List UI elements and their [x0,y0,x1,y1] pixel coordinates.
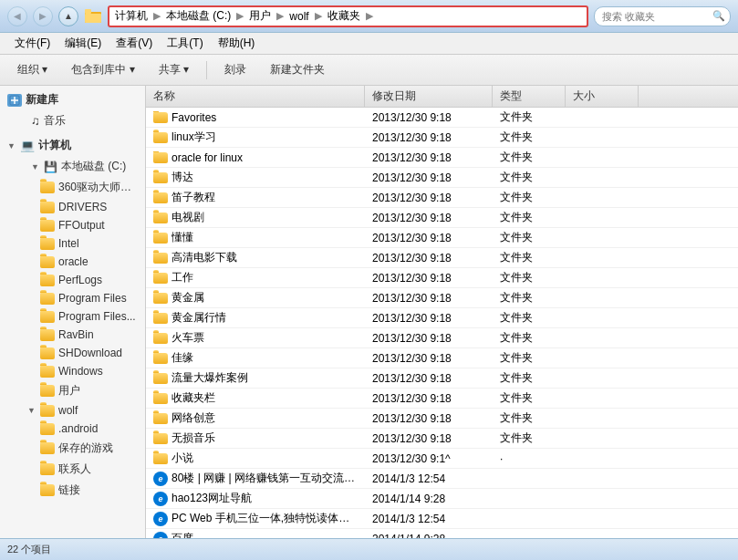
file-name-cell: 网络创意 [146,410,365,426]
file-date-cell: 2014/1/14 9:28 [365,493,493,505]
sidebar-item[interactable]: Program Files... [0,307,145,326]
menu-view[interactable]: 查看(V) [109,34,160,53]
computer-icon: 💻 [20,139,35,152]
breadcrumb-users[interactable]: 用户 [249,8,271,24]
table-row[interactable]: e PC Web 手机三位一体,独特悦读体验！-... 2014/1/3 12:… [146,509,738,529]
table-row[interactable]: 博达 2013/12/30 9:18 文件夹 [146,168,738,188]
sidebar-item[interactable]: 360驱动大师目... [0,177,145,198]
table-row[interactable]: 网络创意 2013/12/30 9:18 文件夹 [146,409,738,429]
folder-icon [153,293,168,304]
table-row[interactable]: 火车票 2013/12/30 9:18 文件夹 [146,328,738,348]
sidebar-computer-section: ▼ 💻 计算机 ▼ 💾 本地磁盘 (C:) 360驱动大师目...DRIVERS… [0,135,145,501]
file-name: hao123网址导航 [172,491,252,506]
folder-icon [153,172,168,183]
menu-help[interactable]: 帮助(H) [211,34,263,53]
table-row[interactable]: e hao123网址导航 2014/1/14 9:28 [146,489,738,509]
col-header-type[interactable]: 类型 [493,86,566,107]
ie-icon: e [153,512,168,526]
sidebar-item[interactable]: 用户 [0,380,145,401]
sidebar-item[interactable]: Program Files [0,289,145,307]
file-name-cell: 高清电影下载 [146,250,365,265]
sidebar-wolf-child[interactable]: 保存的游戏 [0,438,145,459]
col-header-name[interactable]: 名称 [146,86,365,107]
col-header-date[interactable]: 修改日期 [365,86,493,107]
sidebar-item[interactable]: Windows [0,362,145,380]
sidebar-wolf-child[interactable]: 联系人 [0,459,145,480]
menu-tools[interactable]: 工具(T) [160,34,210,53]
folder-icon [153,192,168,203]
table-row[interactable]: 高清电影下载 2013/12/30 9:18 文件夹 [146,248,738,268]
sidebar-music[interactable]: ♫ 音乐 [0,110,145,131]
burn-button[interactable]: 刻录 [214,58,256,82]
file-name: linux学习 [172,130,216,145]
sidebar-item[interactable]: RavBin [0,326,145,344]
menu-file[interactable]: 文件(F) [7,34,57,53]
organize-button[interactable]: 组织 ▾ [7,58,57,82]
file-date-cell: 2014/1/3 12:54 [365,513,493,525]
main-content: 新建库 ♫ 音乐 ▼ 💻 计算机 ▼ 💾 本地磁盘 (C:) 360驱动大师目.… [0,86,738,538]
table-row[interactable]: 无损音乐 2013/12/30 9:18 文件夹 [146,429,738,449]
table-row[interactable]: 黄金属 2013/12/30 9:18 文件夹 [146,288,738,308]
file-name-cell: 黄金属行情 [146,310,365,326]
table-row[interactable]: 流量大爆炸案例 2013/12/30 9:18 文件夹 [146,368,738,389]
table-row[interactable]: linux学习 2013/12/30 9:18 文件夹 [146,128,738,148]
sidebar-item[interactable]: oracle [0,253,145,271]
sidebar-wolf-child[interactable]: .android [0,420,145,438]
sidebar-item[interactable]: SHDownload [0,344,145,362]
breadcrumb-drive[interactable]: 本地磁盘 (C:) [166,8,231,24]
sidebar-item[interactable]: PerfLogs [0,271,145,289]
breadcrumb-computer[interactable]: 计算机 [115,8,148,24]
search-input[interactable] [594,6,731,26]
file-name-cell: 博达 [146,170,365,185]
sidebar-computer[interactable]: ▼ 💻 计算机 [0,135,145,156]
sidebar-item[interactable]: FFOutput [0,216,145,234]
sidebar-new-library[interactable]: 新建库 [0,89,145,110]
file-list: 名称 修改日期 类型 大小 Favorites 2013/12/30 9:18 … [146,86,738,538]
menu-edit[interactable]: 编辑(E) [57,34,109,53]
table-row[interactable]: Favorites 2013/12/30 9:18 文件夹 [146,108,738,128]
table-row[interactable]: oracle for linux 2013/12/30 9:18 文件夹 [146,148,738,168]
new-folder-button[interactable]: 新建文件夹 [260,58,335,82]
table-row[interactable]: 工作 2013/12/30 9:18 文件夹 [146,268,738,288]
folder-icon [40,484,55,496]
breadcrumb-favorites[interactable]: 收藏夹 [327,8,360,24]
sidebar-drive-c[interactable]: ▼ 💾 本地磁盘 (C:) [0,156,145,177]
folder-icon [153,353,168,364]
breadcrumb-wolf[interactable]: wolf [289,10,308,23]
table-row[interactable]: 佳缘 2013/12/30 9:18 文件夹 [146,348,738,368]
table-row[interactable]: 电视剧 2013/12/30 9:18 文件夹 [146,208,738,228]
toolbar: 组织 ▾ 包含到库中 ▾ 共享 ▾ 刻录 新建文件夹 [0,55,738,86]
table-row[interactable]: 懂懂 2013/12/30 9:18 文件夹 [146,228,738,248]
folder-name: 360驱动大师目... [58,180,138,195]
file-date: 2013/12/30 9:18 [372,432,452,445]
sidebar-item[interactable]: Intel [0,234,145,253]
col-header-size[interactable]: 大小 [566,86,639,107]
up-button[interactable]: ▲ [58,6,78,26]
include-button[interactable]: 包含到库中 ▾ [61,58,144,82]
file-name-cell: 佳缘 [146,350,365,366]
sidebar-item[interactable]: DRIVERS [0,198,145,216]
sidebar-wolf[interactable]: ▼ wolf [0,401,145,420]
table-row[interactable]: 收藏夹栏 2013/12/30 9:18 文件夹 [146,389,738,409]
back-button[interactable]: ◀ [7,6,27,26]
folder-icon [153,333,168,344]
file-name: 佳缘 [172,350,193,366]
table-row[interactable]: 笛子教程 2013/12/30 9:18 文件夹 [146,188,738,208]
file-date: 2013/12/30 9:18 [372,312,452,325]
folder-icon [153,233,168,244]
forward-button[interactable]: ▶ [33,6,53,26]
file-type-cell: 文件夹 [493,130,566,145]
folder-name: Windows [58,365,103,378]
folder-name: 保存的游戏 [58,441,113,456]
folder-icon [40,329,55,341]
table-row[interactable]: 黄金属行情 2013/12/30 9:18 文件夹 [146,308,738,328]
file-date: 2013/12/30 9:18 [372,151,452,164]
sidebar-wolf-child[interactable]: 链接 [0,480,145,501]
table-row[interactable]: e 百度 2014/1/14 9:28 [146,529,738,538]
table-row[interactable]: e 80楼 | 网赚 | 网络赚钱第一互动交流论坛... 2014/1/3 12… [146,469,738,489]
address-bar[interactable]: 计算机 ▶ 本地磁盘 (C:) ▶ 用户 ▶ wolf ▶ 收藏夹 ▶ [108,5,588,27]
file-name: 火车票 [172,330,204,346]
file-name: 小说 [172,451,193,466]
share-button[interactable]: 共享 ▾ [149,58,199,82]
table-row[interactable]: 小说 2013/12/30 9:1^ · [146,449,738,469]
